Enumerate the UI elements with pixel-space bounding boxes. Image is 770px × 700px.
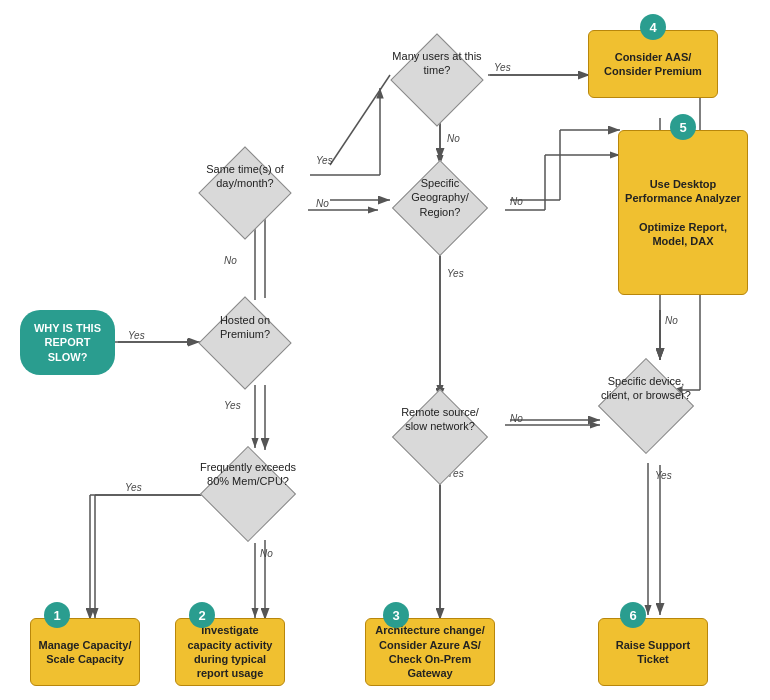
circle-1: 1 bbox=[44, 602, 70, 628]
circle-6: 6 bbox=[620, 602, 646, 628]
outcome-6-label: Raise Support Ticket bbox=[616, 638, 691, 667]
outcome-4-label: Consider AAS/ Consider Premium bbox=[604, 50, 702, 79]
outcome-1-group: 1 Manage Capacity/ Scale Capacity bbox=[30, 618, 140, 686]
label-hosted-no: No bbox=[224, 255, 237, 266]
diamond-remote-label: Remote source/ slow network? bbox=[392, 405, 488, 434]
label-geo-no: No bbox=[510, 196, 523, 207]
diamond-exceeds-label: Frequently exceeds 80% Mem/CPU? bbox=[200, 460, 296, 489]
start-label: WHY IS THIS REPORT SLOW? bbox=[28, 321, 107, 364]
outcome-1-box: Manage Capacity/ Scale Capacity bbox=[30, 618, 140, 686]
label-remote-no: No bbox=[510, 413, 523, 424]
circle-5: 5 bbox=[670, 114, 696, 140]
diamond-device-label: Specific device, client, or browser? bbox=[598, 374, 694, 403]
outcome-1-label: Manage Capacity/ Scale Capacity bbox=[37, 638, 133, 667]
diamond-geography-label: Specific Geography/ Region? bbox=[392, 176, 488, 219]
outcome-4-box: Consider AAS/ Consider Premium bbox=[588, 30, 718, 98]
label-o5-no: No bbox=[665, 315, 678, 326]
outcome-3-box: Architecture change/ Consider Azure AS/ … bbox=[365, 618, 495, 686]
label-device-yes: Yes bbox=[655, 470, 672, 481]
label-start-to-hosted: Yes bbox=[128, 330, 145, 341]
outcome-5-box: Use Desktop Performance Analyzer Optimiz… bbox=[618, 130, 748, 295]
outcome-5-group: 5 Use Desktop Performance Analyzer Optim… bbox=[618, 130, 748, 295]
outcome-3-group: 3 Architecture change/ Consider Azure AS… bbox=[365, 618, 495, 686]
diamond-manyusers: Many users at this time? bbox=[392, 35, 507, 125]
label-geo-yes: Yes bbox=[447, 268, 464, 279]
outcome-6-group: 6 Raise Support Ticket bbox=[598, 618, 708, 686]
diamond-device: Specific device, client, or browser? bbox=[598, 360, 718, 460]
diamond-remote: Remote source/ slow network? bbox=[392, 393, 510, 483]
outcome-3-label: Architecture change/ Consider Azure AS/ … bbox=[372, 623, 488, 680]
diamond-hosted: Hosted on Premium? bbox=[200, 298, 315, 388]
main-flowchart bbox=[0, 0, 770, 700]
label-exceeds-no: No bbox=[260, 548, 273, 559]
label-hosted-yes: Yes bbox=[224, 400, 241, 411]
diamond-sametime: Same time(s) of day/month? bbox=[200, 148, 315, 238]
outcome-5-label: Use Desktop Performance Analyzer Optimiz… bbox=[625, 177, 741, 248]
label-sametime-no: No bbox=[316, 198, 329, 209]
diamond-exceeds: Frequently exceeds 80% Mem/CPU? bbox=[200, 448, 320, 543]
outcome-2-label: Investigate capacity activity during typ… bbox=[188, 623, 273, 680]
label-manyusers-no: No bbox=[447, 133, 460, 144]
diamond-manyusers-label: Many users at this time? bbox=[392, 49, 482, 78]
outcome-2-group: 2 Investigate capacity activity during t… bbox=[175, 618, 285, 686]
diamond-sametime-label: Same time(s) of day/month? bbox=[200, 162, 290, 191]
diamond-geography: Specific Geography/ Region? bbox=[392, 162, 510, 257]
start-node: WHY IS THIS REPORT SLOW? bbox=[20, 310, 115, 375]
outcome-6-box: Raise Support Ticket bbox=[598, 618, 708, 686]
circle-3: 3 bbox=[383, 602, 409, 628]
outcome-4-group: 4 Consider AAS/ Consider Premium bbox=[588, 30, 718, 98]
circle-2: 2 bbox=[189, 602, 215, 628]
outcome-2-box: Investigate capacity activity during typ… bbox=[175, 618, 285, 686]
circle-4: 4 bbox=[640, 14, 666, 40]
label-sametime-yes: Yes bbox=[316, 155, 333, 166]
label-exceeds-yes: Yes bbox=[125, 482, 142, 493]
diamond-hosted-label: Hosted on Premium? bbox=[200, 313, 290, 342]
